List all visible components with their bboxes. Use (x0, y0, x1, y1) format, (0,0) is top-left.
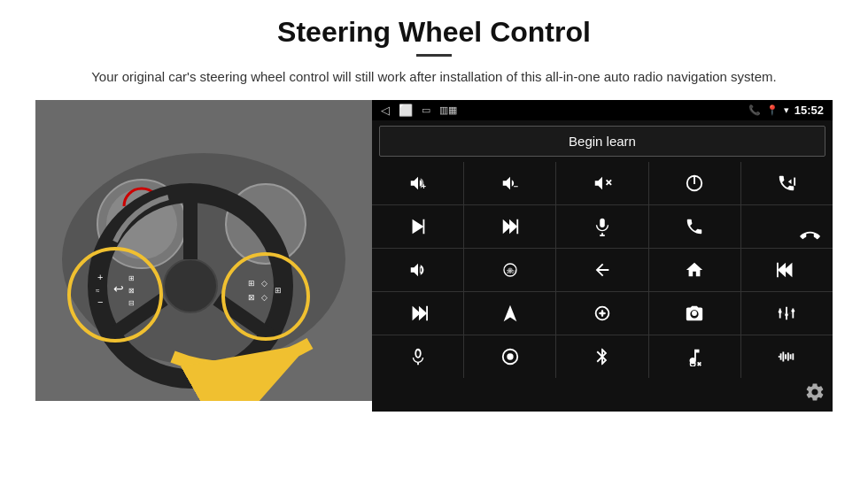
fast-forward2-button[interactable] (372, 292, 463, 335)
page-subtitle: Your original car's steering wheel contr… (91, 67, 777, 88)
home-square-icon: ⬜ (399, 104, 413, 117)
svg-marker-45 (778, 262, 786, 277)
recents-icon: ▭ (422, 104, 430, 116)
svg-text:+: + (97, 272, 103, 282)
mic-button[interactable] (556, 205, 647, 248)
phone-prev-button[interactable] (741, 162, 833, 204)
power-button[interactable] (649, 162, 740, 204)
location-status-icon: 📍 (766, 104, 779, 116)
record-button[interactable] (464, 335, 555, 378)
rotate360-button[interactable]: 360° (464, 249, 555, 291)
svg-text:↩: ↩ (113, 281, 124, 296)
phone-status-icon: 📞 (748, 104, 761, 116)
bluetooth-button[interactable] (556, 335, 647, 378)
svg-text:◇: ◇ (261, 279, 267, 288)
svg-marker-50 (503, 304, 516, 320)
svg-text:⊠: ⊠ (128, 287, 135, 295)
camera-button[interactable] (649, 292, 740, 335)
svg-point-54 (600, 311, 605, 316)
eq-button[interactable] (741, 292, 833, 335)
svg-text:⊞: ⊞ (275, 286, 282, 295)
mute-button[interactable] (556, 162, 647, 204)
android-panel: ◁ ⬜ ▭ ▥▦ 📞 📍 ▾ 15:52 Begin learn (372, 100, 833, 401)
vol-up-button[interactable]: + (372, 162, 463, 204)
svg-point-59 (786, 313, 789, 317)
title-divider (416, 54, 452, 57)
phone-end-button[interactable] (741, 205, 833, 248)
car-image: + ≈ − ↩ ⊞ ⊠ ⊟ ⊞ ⊠ ◇ ◇ ⊞ (35, 100, 372, 401)
microphone2-button[interactable] (372, 335, 463, 378)
content-row: + ≈ − ↩ ⊞ ⊠ ⊟ ⊞ ⊠ ◇ ◇ ⊞ (35, 100, 833, 401)
settings-button[interactable] (804, 381, 825, 408)
steering-wheel-svg: + ≈ − ↩ ⊞ ⊠ ⊟ ⊞ ⊠ ◇ ◇ ⊞ (35, 100, 372, 401)
begin-learn-button[interactable]: Begin learn (379, 126, 825, 157)
rewind-button[interactable] (741, 249, 833, 291)
svg-text:−: − (97, 296, 103, 307)
svg-text:+: + (421, 182, 425, 191)
svg-text:⊞: ⊞ (248, 279, 255, 288)
status-left: ◁ ⬜ ▭ ▥▦ (381, 104, 457, 117)
svg-text:⊠: ⊠ (248, 293, 255, 302)
svg-marker-48 (419, 305, 427, 320)
horn-button[interactable] (372, 249, 463, 291)
home-nav-button[interactable] (649, 249, 740, 291)
time-display: 15:52 (794, 104, 824, 117)
svg-text:⊟: ⊟ (128, 299, 135, 307)
svg-text:360°: 360° (506, 268, 515, 273)
source-button[interactable] (556, 292, 647, 335)
skip-forward-button[interactable] (372, 205, 463, 248)
status-right: 📞 📍 ▾ 15:52 (748, 104, 824, 117)
begin-learn-row: Begin learn (372, 120, 833, 162)
svg-marker-31 (788, 179, 792, 184)
vol-down-button[interactable]: − (464, 162, 555, 204)
svg-text:⊞: ⊞ (128, 274, 135, 282)
music-settings-button[interactable] (649, 335, 740, 378)
svg-rect-38 (600, 218, 605, 227)
svg-text:−: − (513, 182, 517, 191)
waveform-button[interactable] (741, 335, 833, 378)
gps-button[interactable] (464, 292, 555, 335)
svg-point-6 (164, 259, 217, 312)
svg-point-61 (792, 309, 795, 312)
ff-play-button[interactable] (464, 205, 555, 248)
status-bar: ◁ ⬜ ▭ ▥▦ 📞 📍 ▾ 15:52 (372, 100, 833, 120)
gear-row (372, 378, 833, 412)
wifi-status-icon: ▾ (784, 104, 789, 116)
signal-icon: ▥▦ (439, 104, 457, 116)
svg-marker-33 (412, 219, 423, 234)
page-title: Steering Wheel Control (277, 16, 591, 49)
svg-text:◇: ◇ (261, 293, 267, 302)
page-container: Steering Wheel Control Your original car… (0, 0, 868, 485)
back-nav-button[interactable] (556, 249, 647, 291)
svg-text:≈: ≈ (96, 287, 100, 295)
svg-point-57 (779, 310, 782, 313)
phone-answer-button[interactable] (649, 205, 740, 248)
svg-point-66 (507, 353, 513, 359)
svg-marker-36 (509, 219, 517, 234)
controls-grid: + − (372, 162, 833, 378)
back-arrow-icon: ◁ (381, 104, 390, 117)
